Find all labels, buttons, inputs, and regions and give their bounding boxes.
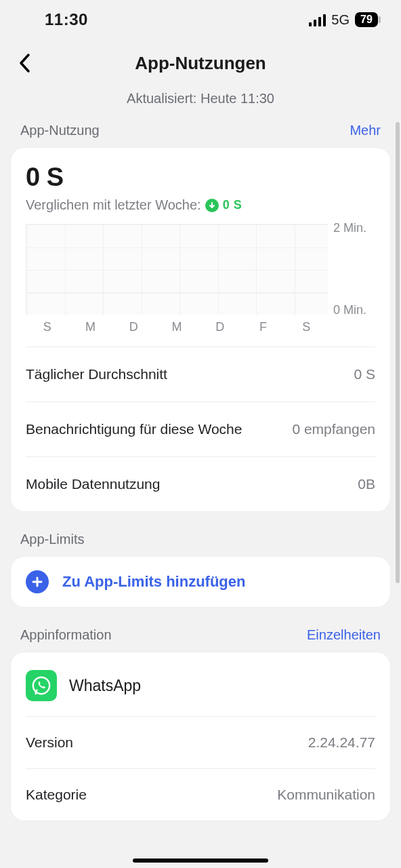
usage-more-link[interactable]: Mehr <box>350 123 381 138</box>
page-title: App-Nutzungen <box>135 53 266 74</box>
chart-grid <box>26 224 328 315</box>
nav-header: App-Nutzungen <box>0 39 401 87</box>
home-indicator[interactable] <box>133 859 268 863</box>
status-bar: 11:30 5G 79 <box>0 0 401 39</box>
notifications-value: 0 empfangen <box>292 421 375 437</box>
app-identity-row[interactable]: WhatsApp <box>26 667 375 716</box>
mobile-data-label: Mobile Datennutzung <box>26 476 160 492</box>
usage-compare-row: Verglichen mit letzter Woche: 0 S <box>26 197 375 213</box>
notifications-row[interactable]: Benachrichtigung für diese Woche 0 empfa… <box>26 401 375 456</box>
battery-percent: 79 <box>355 12 378 27</box>
updated-timestamp: Aktualisiert: Heute 11:30 <box>0 91 401 106</box>
section-header-limits: App-Limits <box>0 532 401 557</box>
chart-x-label: F <box>242 320 285 334</box>
svg-point-0 <box>33 677 49 694</box>
daily-average-row[interactable]: Täglicher Durchschnitt 0 S <box>26 347 375 401</box>
add-app-limit-button[interactable]: Zu App-Limits hinzufügen <box>11 557 390 607</box>
whatsapp-icon <box>26 670 57 701</box>
chart-x-label: M <box>69 320 112 334</box>
category-value: Kommunikation <box>277 787 375 803</box>
arrow-down-icon <box>205 199 219 212</box>
app-name: WhatsApp <box>69 677 141 695</box>
version-value: 2.24.24.77 <box>308 734 375 751</box>
appinfo-card: WhatsApp Version 2.24.24.77 Kategorie Ko… <box>11 652 390 821</box>
chart-x-label: M <box>155 320 198 334</box>
chart-y-max: 2 Min. <box>333 221 375 235</box>
version-row[interactable]: Version 2.24.24.77 <box>26 716 375 768</box>
usage-total-time: 0 S <box>26 163 375 192</box>
chart-x-label: D <box>112 320 155 334</box>
battery-icon: 79 <box>355 12 381 27</box>
mobile-data-row[interactable]: Mobile Datennutzung 0B <box>26 456 375 511</box>
category-label: Kategorie <box>26 787 87 803</box>
chart-x-label: D <box>198 320 242 334</box>
compare-prefix: Verglichen mit letzter Woche: <box>26 197 201 213</box>
status-time: 11:30 <box>20 10 88 29</box>
version-label: Version <box>26 734 73 751</box>
appinfo-details-link[interactable]: Einzelheiten <box>307 627 381 643</box>
compare-delta: 0 S <box>223 198 242 212</box>
back-button[interactable] <box>12 51 37 75</box>
chevron-left-icon <box>18 53 30 73</box>
notifications-label: Benachrichtigung für diese Woche <box>26 421 242 437</box>
network-label: 5G <box>331 12 350 28</box>
scrollbar[interactable] <box>396 122 400 583</box>
daily-average-label: Täglicher Durchschnitt <box>26 366 167 382</box>
section-label-limits: App-Limits <box>20 532 84 547</box>
section-label-usage: App-Nutzung <box>20 123 100 138</box>
section-header-appinfo: Appinformation Einzelheiten <box>0 627 401 652</box>
chart-x-label: S <box>26 320 69 334</box>
daily-average-value: 0 S <box>354 366 375 382</box>
section-header-usage: App-Nutzung Mehr <box>0 123 401 148</box>
category-row[interactable]: Kategorie Kommunikation <box>26 768 375 821</box>
status-right: 5G 79 <box>309 12 381 28</box>
chart-x-label: S <box>284 320 328 334</box>
usage-chart: 2 Min. 0 Min. <box>26 224 375 315</box>
chart-x-axis: S M D M D F S <box>26 320 375 334</box>
signal-icon <box>309 13 326 26</box>
mobile-data-value: 0B <box>358 476 375 492</box>
chart-y-labels: 2 Min. 0 Min. <box>328 224 375 315</box>
add-app-limit-label: Zu App-Limits hinzufügen <box>62 573 245 591</box>
chart-y-min: 0 Min. <box>333 303 375 317</box>
section-label-appinfo: Appinformation <box>20 627 112 643</box>
plus-circle-icon <box>26 570 49 593</box>
usage-card: 0 S Verglichen mit letzter Woche: 0 S 2 … <box>11 148 390 511</box>
